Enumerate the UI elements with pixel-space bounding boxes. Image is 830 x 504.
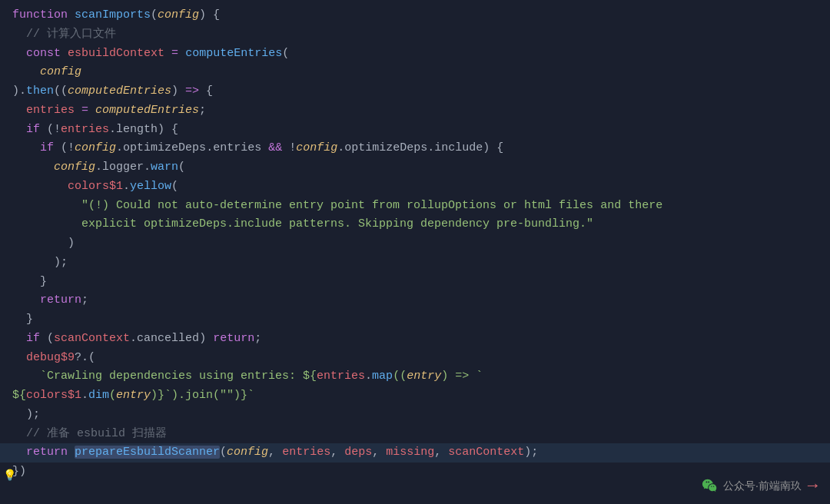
wechat-icon <box>702 477 719 494</box>
code-line-11: "(!) Could not auto-determine entry poin… <box>0 197 830 216</box>
code-line-20: `Crawling dependencies using entries: ${… <box>0 367 830 386</box>
lightbulb-icon: 💡 <box>3 467 16 484</box>
code-line-12: explicit optimizeDeps.include patterns. … <box>0 215 830 234</box>
code-line-4: config <box>0 63 830 82</box>
code-line-21: ${colors$1.dim(entry)}`).join("")}` <box>0 386 830 406</box>
code-line-13: ) <box>0 234 830 254</box>
code-line-7: if (!entries.length) { <box>0 121 830 140</box>
code-line-10: colors$1.yellow( <box>0 177 830 197</box>
code-line-15: } <box>0 273 830 292</box>
arrow-right-icon: → <box>808 472 818 499</box>
wechat-badge: 公众号·前端南玖 <box>702 477 802 494</box>
code-line-1: function scanImports(config) { <box>0 6 830 25</box>
code-line-9: config.logger.warn( <box>0 158 830 177</box>
code-line-17: } <box>0 310 830 330</box>
code-line-8: if (!config.optimizeDeps.entries && !con… <box>0 139 830 158</box>
wechat-label: 公众号·前端南玖 <box>723 477 802 494</box>
wechat-badge-container: 公众号·前端南玖 → <box>689 468 830 504</box>
code-line-22: ); <box>0 406 830 425</box>
code-line-24: return prepareEsbuildScanner(config, ent… <box>0 443 830 463</box>
code-line-18: if (scanContext.cancelled) return; <box>0 330 830 349</box>
code-line-3: const esbuildContext = computeEntries( <box>0 45 830 64</box>
code-line-14: ); <box>0 254 830 273</box>
code-line-2: // 计算入口文件 <box>0 25 830 45</box>
code-line-23: // 准备 esbuild 扫描器 <box>0 425 830 444</box>
code-line-6: entries = computedEntries; <box>0 101 830 121</box>
code-line-5: ).then((computedEntries) => { <box>0 82 830 101</box>
code-line-16: return; <box>0 291 830 310</box>
code-line-19: debug$9?.( <box>0 349 830 368</box>
code-editor: function scanImports(config) { // 计算入口文件… <box>0 0 830 504</box>
